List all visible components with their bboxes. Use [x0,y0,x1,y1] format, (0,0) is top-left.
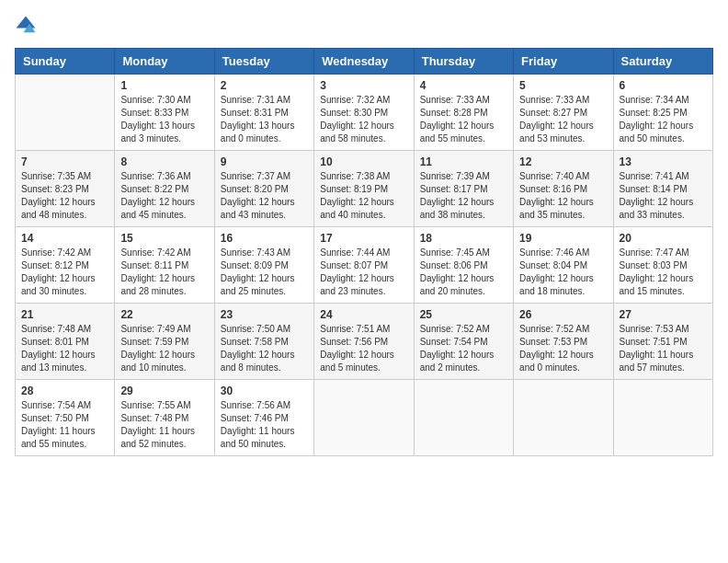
calendar-day-cell: 27Sunrise: 7:53 AMSunset: 7:51 PMDayligh… [613,304,712,380]
calendar-day-cell: 6Sunrise: 7:34 AMSunset: 8:25 PMDaylight… [613,75,712,151]
calendar-day-cell: 3Sunrise: 7:32 AMSunset: 8:30 PMDaylight… [314,75,414,151]
calendar-day-cell: 17Sunrise: 7:44 AMSunset: 8:07 PMDayligh… [314,227,414,304]
calendar-week-row: 1Sunrise: 7:30 AMSunset: 8:33 PMDaylight… [16,75,713,151]
weekday-header-sunday: Sunday [16,49,115,75]
day-info: Sunrise: 7:56 AMSunset: 7:46 PMDaylight:… [221,399,308,451]
day-number: 1 [120,79,208,92]
day-info: Sunrise: 7:52 AMSunset: 7:54 PMDaylight:… [420,323,507,374]
day-info: Sunrise: 7:35 AMSunset: 8:23 PMDaylight:… [21,170,108,222]
calendar-day-cell: 8Sunrise: 7:36 AMSunset: 8:22 PMDaylight… [115,151,214,227]
calendar-table: SundayMondayTuesdayWednesdayThursdayFrid… [15,48,713,456]
calendar-day-cell: 24Sunrise: 7:51 AMSunset: 7:56 PMDayligh… [314,304,414,380]
calendar-day-cell: 18Sunrise: 7:45 AMSunset: 8:06 PMDayligh… [414,227,513,304]
day-number: 29 [120,385,208,397]
day-info: Sunrise: 7:54 AMSunset: 7:50 PMDaylight:… [21,399,108,451]
calendar-day-cell: 15Sunrise: 7:42 AMSunset: 8:11 PMDayligh… [115,227,214,304]
calendar-day-cell: 16Sunrise: 7:43 AMSunset: 8:09 PMDayligh… [214,227,313,304]
svg-marker-0 [17,17,36,29]
calendar-day-cell: 11Sunrise: 7:39 AMSunset: 8:17 PMDayligh… [414,151,513,227]
day-number: 6 [620,79,707,92]
day-info: Sunrise: 7:42 AMSunset: 8:12 PMDaylight:… [21,247,108,298]
day-number: 22 [120,308,208,321]
day-number: 5 [519,79,607,92]
day-info: Sunrise: 7:37 AMSunset: 8:20 PMDaylight:… [221,170,308,222]
calendar-day-cell: 20Sunrise: 7:47 AMSunset: 8:03 PMDayligh… [613,227,712,304]
calendar-day-cell: 1Sunrise: 7:30 AMSunset: 8:33 PMDaylight… [115,75,214,151]
day-number: 21 [21,308,108,321]
calendar-day-cell: 25Sunrise: 7:52 AMSunset: 7:54 PMDayligh… [414,304,513,380]
day-info: Sunrise: 7:48 AMSunset: 8:01 PMDaylight:… [21,323,108,374]
page-header [15,15,713,37]
calendar-day-cell: 12Sunrise: 7:40 AMSunset: 8:16 PMDayligh… [514,151,613,227]
calendar-day-cell: 5Sunrise: 7:33 AMSunset: 8:27 PMDaylight… [514,75,613,151]
calendar-day-cell: 22Sunrise: 7:49 AMSunset: 7:59 PMDayligh… [115,304,214,380]
calendar-day-cell: 29Sunrise: 7:55 AMSunset: 7:48 PMDayligh… [115,380,214,456]
day-info: Sunrise: 7:33 AMSunset: 8:27 PMDaylight:… [519,94,607,145]
calendar-day-cell [314,380,414,456]
calendar-day-cell: 7Sunrise: 7:35 AMSunset: 8:23 PMDaylight… [16,151,115,227]
logo-icon [15,15,37,37]
day-number: 14 [21,232,108,245]
calendar-day-cell: 4Sunrise: 7:33 AMSunset: 8:28 PMDaylight… [414,75,513,151]
day-info: Sunrise: 7:33 AMSunset: 8:28 PMDaylight:… [420,94,507,145]
logo [15,15,40,37]
day-info: Sunrise: 7:45 AMSunset: 8:06 PMDaylight:… [420,247,507,298]
day-info: Sunrise: 7:40 AMSunset: 8:16 PMDaylight:… [519,170,607,222]
day-info: Sunrise: 7:43 AMSunset: 8:09 PMDaylight:… [221,247,308,298]
day-number: 12 [519,155,607,168]
day-info: Sunrise: 7:52 AMSunset: 7:53 PMDaylight:… [519,323,607,374]
day-number: 11 [420,155,507,168]
calendar-day-cell [16,75,115,151]
day-info: Sunrise: 7:53 AMSunset: 7:51 PMDaylight:… [620,323,707,374]
calendar-day-cell: 10Sunrise: 7:38 AMSunset: 8:19 PMDayligh… [314,151,414,227]
calendar-week-row: 7Sunrise: 7:35 AMSunset: 8:23 PMDaylight… [16,151,713,227]
day-info: Sunrise: 7:31 AMSunset: 8:31 PMDaylight:… [221,94,308,145]
calendar-day-cell: 19Sunrise: 7:46 AMSunset: 8:04 PMDayligh… [514,227,613,304]
day-info: Sunrise: 7:42 AMSunset: 8:11 PMDaylight:… [120,247,208,298]
day-number: 9 [221,155,308,168]
day-info: Sunrise: 7:49 AMSunset: 7:59 PMDaylight:… [120,323,208,374]
day-number: 4 [420,79,507,92]
calendar-week-row: 14Sunrise: 7:42 AMSunset: 8:12 PMDayligh… [16,227,713,304]
day-number: 3 [320,79,407,92]
day-number: 19 [519,232,607,245]
day-number: 25 [420,308,507,321]
day-number: 20 [620,232,707,245]
day-number: 27 [620,308,707,321]
day-number: 17 [320,232,407,245]
weekday-header-monday: Monday [115,49,214,75]
calendar-day-cell: 13Sunrise: 7:41 AMSunset: 8:14 PMDayligh… [613,151,712,227]
calendar-day-cell: 28Sunrise: 7:54 AMSunset: 7:50 PMDayligh… [16,380,115,456]
calendar-day-cell: 26Sunrise: 7:52 AMSunset: 7:53 PMDayligh… [514,304,613,380]
calendar-day-cell: 9Sunrise: 7:37 AMSunset: 8:20 PMDaylight… [214,151,313,227]
day-info: Sunrise: 7:44 AMSunset: 8:07 PMDaylight:… [320,247,407,298]
day-info: Sunrise: 7:41 AMSunset: 8:14 PMDaylight:… [620,170,707,222]
calendar-day-cell [613,380,712,456]
day-number: 26 [519,308,607,321]
day-number: 24 [320,308,407,321]
day-info: Sunrise: 7:47 AMSunset: 8:03 PMDaylight:… [620,247,707,298]
weekday-header-tuesday: Tuesday [214,49,313,75]
day-info: Sunrise: 7:51 AMSunset: 7:56 PMDaylight:… [320,323,407,374]
calendar-day-cell: 30Sunrise: 7:56 AMSunset: 7:46 PMDayligh… [214,380,313,456]
day-info: Sunrise: 7:50 AMSunset: 7:58 PMDaylight:… [221,323,308,374]
day-number: 2 [221,79,308,92]
weekday-header-wednesday: Wednesday [314,49,414,75]
day-info: Sunrise: 7:34 AMSunset: 8:25 PMDaylight:… [620,94,707,145]
day-number: 13 [620,155,707,168]
day-number: 23 [221,308,308,321]
calendar-day-cell [514,380,613,456]
day-number: 10 [320,155,407,168]
calendar-day-cell: 23Sunrise: 7:50 AMSunset: 7:58 PMDayligh… [214,304,313,380]
calendar-day-cell: 14Sunrise: 7:42 AMSunset: 8:12 PMDayligh… [16,227,115,304]
day-number: 16 [221,232,308,245]
day-info: Sunrise: 7:36 AMSunset: 8:22 PMDaylight:… [120,170,208,222]
day-number: 28 [21,385,108,397]
calendar-day-cell: 21Sunrise: 7:48 AMSunset: 8:01 PMDayligh… [16,304,115,380]
day-number: 30 [221,385,308,397]
day-number: 18 [420,232,507,245]
calendar-day-cell [414,380,513,456]
weekday-header-thursday: Thursday [414,49,513,75]
day-number: 7 [21,155,108,168]
calendar-day-cell: 2Sunrise: 7:31 AMSunset: 8:31 PMDaylight… [214,75,313,151]
